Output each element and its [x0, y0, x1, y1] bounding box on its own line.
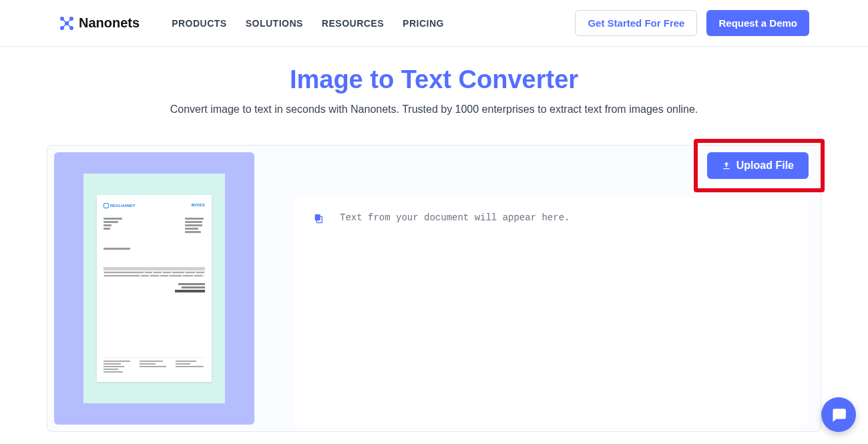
svg-line-6: [67, 19, 71, 23]
nav-pricing[interactable]: PRICING: [403, 18, 444, 29]
main-nav: PRODUCTS SOLUTIONS RESOURCES PRICING: [172, 18, 444, 29]
svg-line-7: [62, 23, 67, 28]
nav-solutions[interactable]: SOLUTIONS: [246, 18, 303, 29]
document-preview: REALHANDY INVOICE: [54, 152, 254, 425]
request-demo-button[interactable]: Request a Demo: [706, 10, 809, 36]
svg-line-5: [62, 19, 67, 23]
brand-name: Nanonets: [79, 15, 140, 31]
upload-file-button[interactable]: Upload File: [707, 152, 809, 179]
upload-highlight: Upload File: [694, 139, 825, 192]
header-actions: Get Started For Free Request a Demo: [575, 10, 809, 36]
svg-rect-10: [315, 214, 320, 220]
sample-invoice: REALHANDY INVOICE: [97, 195, 212, 382]
hero: Image to Text Converter Convert image to…: [0, 47, 868, 132]
output-box: Text from your document will appear here…: [294, 198, 807, 425]
output-placeholder: Text from your document will appear here…: [340, 212, 570, 223]
nanonets-logo-icon: [59, 15, 75, 31]
sample-brand: REALHANDY: [103, 203, 136, 208]
svg-line-8: [67, 23, 71, 28]
copy-icon[interactable]: [313, 213, 324, 224]
sample-brand-text: REALHANDY: [110, 204, 136, 208]
nav-resources[interactable]: RESOURCES: [322, 18, 384, 29]
converter-panel: REALHANDY INVOICE: [47, 145, 821, 432]
chat-icon: [830, 406, 847, 423]
sample-doc-type: INVOICE: [191, 203, 205, 207]
upload-button-label: Upload File: [736, 160, 794, 172]
get-started-button[interactable]: Get Started For Free: [575, 10, 697, 36]
output-section: Upload File Text from your document will…: [294, 152, 814, 425]
brand-logo[interactable]: Nanonets: [59, 15, 140, 31]
page-title: Image to Text Converter: [13, 65, 855, 94]
header: Nanonets PRODUCTS SOLUTIONS RESOURCES PR…: [0, 0, 868, 47]
document-preview-inner: REALHANDY INVOICE: [83, 174, 225, 403]
shield-icon: [103, 203, 109, 208]
upload-icon: [722, 161, 731, 170]
page-subtitle: Convert image to text in seconds with Na…: [13, 103, 855, 116]
nav-products[interactable]: PRODUCTS: [172, 18, 227, 29]
chat-launcher[interactable]: [821, 397, 856, 432]
